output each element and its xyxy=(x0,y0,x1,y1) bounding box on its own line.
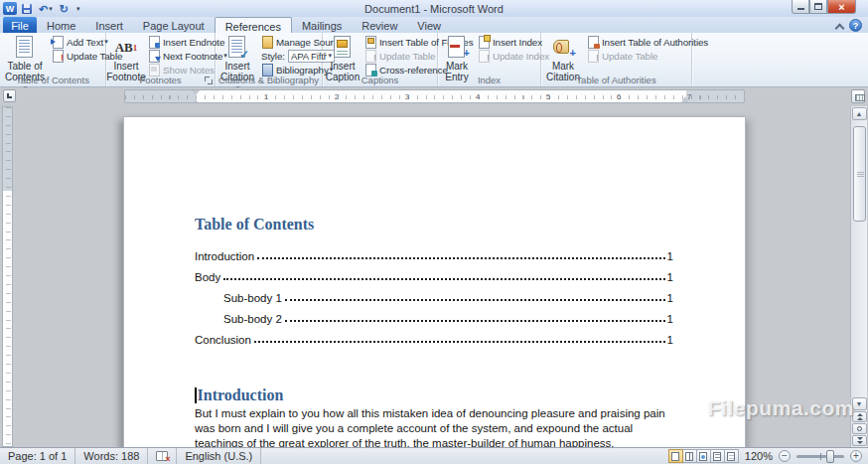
group-label-table-of-contents: Table of Contents xyxy=(0,75,105,85)
print-layout-icon xyxy=(671,452,679,461)
toc-entry[interactable]: Conclusion1 xyxy=(195,325,673,346)
proofing-status-button[interactable] xyxy=(148,448,177,464)
tab-review[interactable]: Review xyxy=(352,17,407,33)
scroll-up-button[interactable]: ▲ xyxy=(852,107,867,120)
insert-footnote-icon: AB1 xyxy=(115,36,138,60)
word-logo-icon[interactable]: W xyxy=(3,2,17,15)
tab-insert[interactable]: Insert xyxy=(85,17,133,33)
insert-table-of-figures-icon xyxy=(364,36,376,48)
ribbon-group-footnotes: AB1 Insert Footnote Insert Endnote Next … xyxy=(106,33,216,86)
ruler-number: 6 xyxy=(614,92,624,101)
toc-page-number: 1 xyxy=(667,292,673,304)
insert-index-button[interactable]: Insert Index xyxy=(476,35,551,49)
tab-home[interactable]: Home xyxy=(37,17,85,33)
document-area: Table of Contents Introduction1 Body1 Su… xyxy=(0,106,868,447)
word-count[interactable]: Words: 188 xyxy=(75,448,148,464)
ruler-toggle-button[interactable] xyxy=(851,89,865,103)
indent-marker[interactable] xyxy=(191,90,201,103)
select-browse-object-button[interactable] xyxy=(852,423,867,434)
style-value: APA Fifth xyxy=(291,51,328,62)
ribbon-group-index: + Mark Entry Insert Index Update Index I… xyxy=(438,33,541,86)
maximize-button[interactable] xyxy=(809,0,827,14)
draft-view-button[interactable] xyxy=(724,449,739,463)
insert-endnote-icon xyxy=(148,36,160,48)
browse-object-icon xyxy=(857,426,862,431)
view-shortcuts xyxy=(669,449,739,463)
qat-customize-button[interactable]: ▾ xyxy=(73,2,82,16)
update-table-authorities-button: Update Table xyxy=(585,49,710,63)
ruler-number: 5 xyxy=(543,92,553,101)
scrollbar-thumb[interactable] xyxy=(853,126,866,222)
tab-mailings[interactable]: Mailings xyxy=(292,17,352,33)
insert-table-of-authorities-button[interactable]: Insert Table of Authorities xyxy=(585,35,710,49)
dot-leader xyxy=(285,299,665,301)
toc-entry[interactable]: Sub-body 11 xyxy=(195,283,673,304)
zoom-slider[interactable] xyxy=(796,455,844,458)
document-page[interactable]: Table of Contents Introduction1 Body1 Su… xyxy=(124,117,745,447)
full-screen-reading-view-button[interactable] xyxy=(682,449,697,463)
ruler-number: 3 xyxy=(402,92,412,101)
save-button[interactable] xyxy=(20,2,34,16)
zoom-level[interactable]: 120% xyxy=(745,450,773,462)
minimize-icon xyxy=(797,8,804,10)
toc-entry[interactable]: Introduction1 xyxy=(195,241,673,262)
toc-entry[interactable]: Body1 xyxy=(195,262,673,283)
draft-icon xyxy=(727,452,735,461)
tab-view[interactable]: View xyxy=(407,17,451,33)
vertical-ruler[interactable] xyxy=(2,106,13,447)
body-paragraph[interactable]: But I must explain to you how all this m… xyxy=(195,406,673,447)
web-layout-view-button[interactable] xyxy=(696,449,711,463)
manage-sources-icon xyxy=(261,36,273,48)
toc-page-number: 1 xyxy=(667,250,673,262)
language-indicator[interactable]: English (U.S.) xyxy=(177,448,261,464)
insert-citation-icon: ✓ xyxy=(224,36,250,60)
page-indicator[interactable]: Page: 1 of 1 xyxy=(0,448,75,464)
insert-index-icon xyxy=(478,36,490,48)
minimize-button[interactable] xyxy=(792,0,809,14)
update-table-icon xyxy=(364,50,376,62)
right-indent-marker[interactable] xyxy=(681,96,689,102)
maximize-icon xyxy=(814,3,822,10)
insert-caption-icon xyxy=(330,36,356,60)
full-screen-reading-icon xyxy=(685,452,693,461)
outline-icon xyxy=(713,452,721,461)
tab-references[interactable]: References xyxy=(215,17,292,33)
help-button[interactable]: ? xyxy=(849,19,862,32)
proofing-error-icon xyxy=(156,451,168,461)
ribbon-group-table-of-contents: Table of Contents ▾ Add Text▾ Update Tab… xyxy=(0,33,106,86)
word-window: W ↶▾ ↻ ▾ Document1 - Microsoft Word × Fi… xyxy=(0,0,868,464)
horizontal-ruler[interactable]: 1 2 3 4 5 6 7 xyxy=(124,89,745,103)
tab-page-layout[interactable]: Page Layout xyxy=(133,17,215,33)
group-label-citations: Citations & Bibliography xyxy=(216,75,322,85)
tab-selector-button[interactable] xyxy=(3,89,16,102)
ruler-row: 1 2 3 4 5 6 7 xyxy=(0,87,868,106)
mark-citation-icon: + xyxy=(550,36,576,60)
undo-icon: ↶ xyxy=(39,3,48,15)
footnotes-dialog-launcher[interactable] xyxy=(205,77,213,84)
close-button[interactable]: × xyxy=(827,0,856,14)
ruler-number: 2 xyxy=(332,92,342,101)
undo-button[interactable]: ↶▾ xyxy=(37,2,55,16)
ribbon-group-citations: ✓ Insert Citation ▾ Manage Sources Style… xyxy=(216,33,323,86)
zoom-in-button[interactable]: + xyxy=(850,450,862,462)
left-tab-icon xyxy=(7,93,12,98)
status-bar: Page: 1 of 1 Words: 188 English (U.S.) 1… xyxy=(0,447,868,464)
zoom-out-button[interactable]: − xyxy=(779,450,791,462)
toc-entry[interactable]: Sub-body 21 xyxy=(195,304,673,325)
outline-view-button[interactable] xyxy=(710,449,725,463)
window-title: Document1 - Microsoft Word xyxy=(0,3,868,15)
redo-button[interactable]: ↻ xyxy=(58,2,71,16)
toc-page-number: 1 xyxy=(667,271,673,283)
group-label-table-of-authorities: Table of Authorities xyxy=(541,75,691,85)
scrollbar-track[interactable] xyxy=(852,121,867,396)
tab-file[interactable]: File xyxy=(3,17,37,33)
insert-table-of-authorities-icon xyxy=(587,36,599,48)
ribbon: Table of Contents ▾ Add Text▾ Update Tab… xyxy=(0,33,868,87)
print-layout-view-button[interactable] xyxy=(668,449,683,463)
dropdown-arrow-icon[interactable]: ▾ xyxy=(49,5,53,13)
dropdown-arrow-icon: ▾ xyxy=(76,5,80,13)
toc-page-number: 1 xyxy=(667,313,673,325)
minimize-ribbon-button[interactable] xyxy=(835,22,843,30)
next-page-button[interactable] xyxy=(852,435,867,446)
zoom-slider-thumb[interactable] xyxy=(826,450,834,463)
